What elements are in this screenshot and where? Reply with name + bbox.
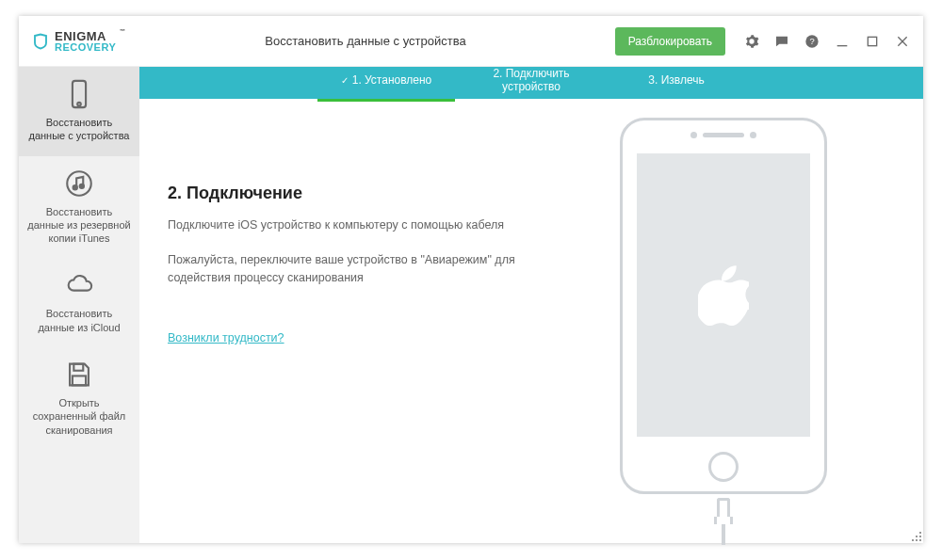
content-instruction-2: Пожалуйста, переключите ваше устройство …	[168, 251, 563, 287]
sidebar-item-itunes[interactable]: Восстановить данные из резервной копии i…	[19, 156, 139, 259]
content-instruction-1: Подключите iOS устройство к компьютеру с…	[168, 216, 563, 234]
close-icon[interactable]	[895, 34, 910, 49]
sidebar-item-device[interactable]: Восстановить данные с устройства	[19, 67, 139, 156]
sidebar-item-icloud[interactable]: Восстановить данные из iCloud	[19, 258, 139, 347]
device-illustration	[563, 118, 884, 545]
settings-icon[interactable]	[744, 34, 759, 49]
music-icon	[63, 168, 95, 200]
sidebar-item-label: Восстановить данные из iCloud	[26, 307, 132, 334]
logo-text-bottom: RECOVERY	[55, 42, 116, 53]
content-panel: 2. Подключение Подключите iOS устройство…	[168, 118, 563, 545]
step-bar: 1. Установлено 2. Подключить устройство …	[139, 67, 923, 99]
step-connect: 2. Подключить устройство	[463, 67, 600, 99]
logo-icon	[32, 33, 49, 50]
floppy-icon	[63, 359, 95, 391]
home-button-icon	[708, 452, 739, 482]
maximize-icon[interactable]	[865, 34, 880, 49]
sidebar-item-open-file[interactable]: Открыть сохраненный файл сканирования	[19, 347, 139, 450]
sidebar-item-label: Восстановить данные с устройства	[26, 116, 132, 143]
phone-outline	[620, 118, 827, 494]
sidebar: Восстановить данные с устройства Восстан…	[19, 67, 139, 543]
help-icon[interactable]: ?	[804, 34, 820, 49]
svg-point-8	[67, 171, 91, 196]
apple-logo-icon	[698, 265, 749, 326]
svg-text:?: ?	[809, 37, 814, 46]
phone-icon	[63, 78, 95, 110]
resize-grip-icon[interactable]	[910, 530, 921, 541]
svg-point-9	[73, 185, 77, 189]
sidebar-item-label: Восстановить данные из резервной копии i…	[26, 205, 132, 246]
feedback-icon[interactable]	[774, 34, 789, 49]
page-title: Восстановить данные с устройства	[116, 34, 614, 48]
svg-rect-3	[868, 37, 876, 45]
step-installed: 1. Установлено	[317, 73, 455, 92]
svg-point-10	[80, 184, 84, 187]
svg-rect-12	[73, 376, 86, 385]
titlebar: ENIGMA™ RECOVERY Восстановить данные с у…	[19, 16, 923, 67]
step-extract: 3. Извлечь	[608, 73, 745, 92]
lightning-cable-icon	[716, 498, 731, 545]
cloud-icon	[63, 269, 95, 301]
app-logo: ENIGMA™ RECOVERY	[32, 30, 116, 53]
svg-point-7	[77, 103, 81, 106]
content-heading: 2. Подключение	[168, 184, 563, 203]
help-link[interactable]: Возникли трудности?	[168, 331, 284, 344]
logo-text-top: ENIGMA™	[55, 30, 116, 42]
sidebar-item-label: Открыть сохраненный файл сканирования	[26, 396, 132, 437]
svg-rect-11	[73, 364, 83, 371]
minimize-icon[interactable]	[835, 34, 850, 49]
unlock-button[interactable]: Разблокировать	[615, 27, 725, 56]
